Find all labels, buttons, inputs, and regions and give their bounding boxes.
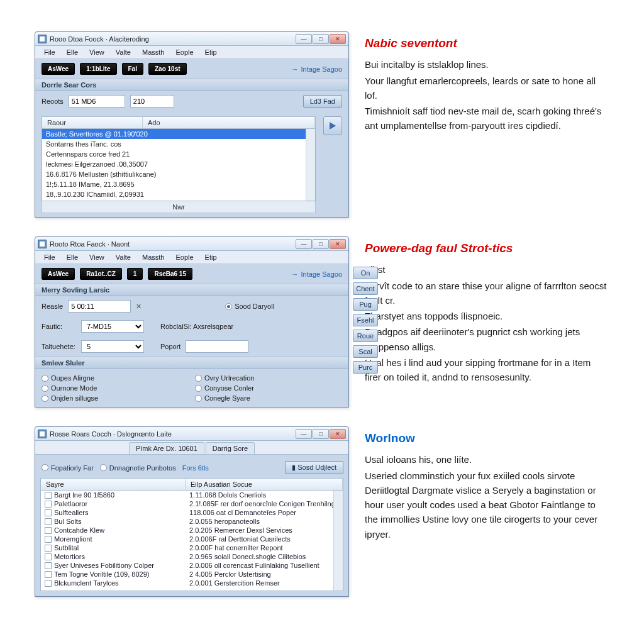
menu-file[interactable]: File — [39, 47, 60, 57]
menu-view[interactable]: View — [84, 252, 109, 262]
tool-button-2[interactable]: Ra1ot..CZ — [80, 268, 122, 280]
menu-massth[interactable]: Massth — [137, 47, 169, 57]
tool-button-4[interactable]: Zao 10st — [148, 63, 187, 75]
list-item[interactable]: Sontarns thes iTanc. cos — [42, 139, 315, 149]
checkbox-icon[interactable] — [45, 562, 52, 569]
menu-etip[interactable]: Etip — [200, 252, 222, 262]
side-pug[interactable]: Pug — [353, 298, 378, 311]
play-button[interactable] — [323, 116, 342, 135]
side-on[interactable]: On — [353, 267, 378, 279]
link-fors[interactable]: Fors 6tls — [182, 464, 209, 472]
opt-dnnagnotie[interactable]: Dnnagnotie Punbotos — [100, 464, 176, 472]
col-raour[interactable]: Raour — [42, 117, 143, 128]
menu-etip[interactable]: Etip — [200, 47, 222, 57]
menu-file[interactable]: File — [39, 252, 60, 262]
table-row: Sutblital2.0.00F hat conernilter Repont — [41, 543, 343, 552]
opt-fopatiorly[interactable]: Fopatiorly Far — [42, 464, 94, 472]
action-sosd[interactable]: ▮ Sosd Udjlect — [285, 461, 343, 474]
menu-elle[interactable]: Elle — [62, 252, 83, 262]
maximize-button[interactable]: □ — [313, 429, 329, 439]
list-item[interactable]: Bastle; Srverttores @ 01.190'020 — [42, 129, 315, 139]
side-fsehl[interactable]: Fsehl — [353, 314, 378, 326]
list-item[interactable]: leckmesi Eilgerzanoed .08,35007 — [42, 159, 315, 169]
checkbox-icon[interactable] — [45, 571, 52, 578]
panel-heading: Dorrle Sear Cors — [35, 79, 348, 91]
secondary-input[interactable] — [130, 95, 174, 108]
tab-2[interactable]: Darrig Sore — [206, 442, 255, 454]
menu-valte[interactable]: Valte — [111, 47, 136, 57]
menu-valte[interactable]: Valte — [111, 252, 136, 262]
list-box[interactable]: Bastle; Srverttores @ 01.190'020 Sontarn… — [42, 129, 316, 201]
tool-button-3[interactable]: Fal — [122, 63, 143, 75]
minimize-button[interactable]: — — [296, 34, 312, 44]
col-sayre[interactable]: Sayre — [41, 479, 186, 490]
radio-option[interactable]: Conegle Syare — [195, 394, 342, 402]
option-sood[interactable]: Sood Daryoll — [225, 303, 299, 310]
maximize-button[interactable]: □ — [313, 34, 329, 44]
close-button[interactable]: ✕ — [330, 34, 346, 44]
list-footer: Nwr — [42, 201, 316, 213]
list-item[interactable]: 1!;5.11.18 IMame, 21.3.8695 — [42, 179, 315, 189]
list-item[interactable]: 18,.9.10.230 IChamiidl, 2,09931 — [42, 189, 315, 199]
link-intage[interactable]: Intage Sagoo — [292, 270, 342, 278]
menu-massth[interactable]: Massth — [137, 252, 169, 262]
reasle-input[interactable] — [68, 300, 131, 313]
close-button[interactable]: ✕ — [330, 239, 346, 249]
app-icon — [38, 430, 47, 438]
radio-option[interactable]: Onjden sillugse — [42, 394, 189, 402]
reoots-input[interactable] — [69, 95, 125, 108]
poport-input[interactable] — [186, 340, 248, 353]
minimize-button[interactable]: — — [296, 429, 312, 439]
list-item[interactable]: 16.6.8176 Mellusten (sthittiulikcane) — [42, 169, 315, 179]
tab-1[interactable]: Pímk Are Dx. 10601 — [129, 442, 204, 454]
checkbox-icon[interactable] — [45, 509, 52, 516]
checkbox-icon[interactable] — [45, 492, 52, 499]
titlebar[interactable]: Rosse Roars Cocch · Dslognœnto Laite — □… — [35, 427, 348, 441]
tool-button-1[interactable]: AsWee — [42, 268, 75, 280]
menu-eople[interactable]: Eople — [170, 252, 198, 262]
table-body[interactable]: Bargt lne 90 1f58601.11.068 Dolols Cnerl… — [40, 491, 343, 591]
checkbox-icon[interactable] — [45, 536, 52, 543]
maximize-button[interactable]: □ — [313, 239, 329, 249]
table-row: Blckumclent Tarylces2.0.001 Gerstercitio… — [41, 579, 343, 587]
side-roue[interactable]: Roue — [353, 330, 378, 342]
menu-view[interactable]: View — [84, 47, 109, 57]
checkbox-icon[interactable] — [45, 553, 52, 560]
col-ado[interactable]: Ado — [143, 117, 315, 128]
minimize-button[interactable]: — — [296, 239, 312, 249]
col-eilp[interactable]: Eilp Ausatian Socue — [186, 479, 343, 490]
titlebar[interactable]: Rooto Rtoa Faock · Naont — □ ✕ — [35, 237, 348, 251]
side-scal[interactable]: Scal — [353, 345, 378, 358]
checkbox-icon[interactable] — [45, 527, 52, 534]
scrollbar[interactable] — [306, 129, 315, 201]
action-button[interactable]: Ld3 Fad — [303, 95, 342, 108]
fault-select[interactable]: 7-MD15 — [81, 320, 144, 333]
list-item[interactable]: 1L·F .91 IMinerik. Ot, 24-5655 — [42, 199, 315, 201]
window-title: Rooto Rtoa Faock · Naont — [50, 240, 295, 248]
radio-option[interactable]: Ournone Mode — [42, 384, 189, 392]
tool-button-2[interactable]: 1:1bLite — [80, 63, 116, 75]
checkbox-icon[interactable] — [45, 580, 52, 587]
menu-elle[interactable]: Elle — [62, 47, 83, 57]
scrollbar[interactable] — [333, 491, 343, 591]
checkbox-icon[interactable] — [45, 545, 52, 552]
side-purc[interactable]: Purc — [353, 361, 378, 374]
toolbar: AsWee 1:1bLite Fal Zao 10st Intage Sagoo — [35, 59, 348, 79]
menu-eople[interactable]: Eople — [170, 47, 198, 57]
talt-select[interactable]: 5 — [81, 340, 144, 353]
radio-option[interactable]: Oupes Alirgne — [42, 374, 189, 382]
tool-button-3[interactable]: 1 — [127, 268, 143, 280]
checkbox-icon[interactable] — [45, 518, 52, 525]
list-item[interactable]: Certennspars corce fred 21 — [42, 149, 315, 159]
list-header: Raour Ado — [42, 116, 316, 129]
close-button[interactable]: ✕ — [330, 429, 346, 439]
titlebar[interactable]: Rooo Dtoa Foock · Alaciteroding — □ ✕ — [35, 32, 348, 46]
checkbox-icon[interactable] — [45, 501, 52, 508]
radio-option[interactable]: Ovry Urlrecation — [195, 374, 342, 382]
link-intage[interactable]: Intage Sagoo — [292, 65, 342, 73]
radio-option[interactable]: Conyose Conler — [195, 384, 342, 392]
form-row: Reoots Ld3 Fad — [35, 91, 348, 111]
tool-button-1[interactable]: AsWee — [42, 63, 75, 75]
tool-button-4[interactable]: RseBa6 15 — [148, 268, 192, 280]
side-chent[interactable]: Chent — [353, 282, 378, 295]
